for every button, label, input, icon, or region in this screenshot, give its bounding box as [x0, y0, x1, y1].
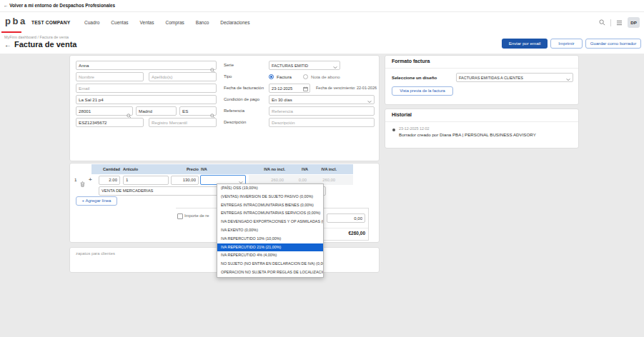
save-draft-button[interactable]: Guardar como borrador — [585, 39, 641, 49]
iva-option[interactable]: IVA REPERCUTIDO 4% (4,00%) — [217, 251, 323, 260]
history-bullet — [392, 129, 395, 131]
nav-item-declaraciones[interactable]: Declaraciones — [220, 20, 249, 25]
col-iva-no-incl: IVA no incl. — [244, 164, 285, 174]
calendar-icon — [303, 86, 307, 90]
back-arrow-icon[interactable]: ← — [4, 41, 11, 49]
iva-option[interactable]: IVA REPERCUTIDO 10% (10,00%) — [217, 235, 323, 243]
page-title-row: ← Factura de venta — [4, 40, 76, 49]
cantidad-input[interactable] — [99, 176, 120, 185]
iva-option[interactable]: IVA REPERCUTIDO 21% (21,00%) — [217, 243, 323, 252]
col-articulo: Artículo — [123, 164, 159, 174]
apellidos-field[interactable] — [149, 72, 217, 81]
fecha-facturacion-input[interactable]: 23-12-2025 — [269, 84, 310, 93]
breadcrumb-separator: / — [37, 35, 39, 39]
descripcion-label: Descripción — [224, 118, 246, 127]
history-timestamp: 23-12-2025 12:02 — [399, 126, 430, 131]
design-select[interactable]: FACTURAS EMITIDAS A CLIENTES — [456, 73, 573, 82]
fecha-vencimiento-label: Fecha de vencimiento: — [316, 86, 355, 90]
row-number: 1 — [74, 175, 76, 185]
iva-dropdown: (PAÍS) OSS (19,00%)(VENTAS) INVERSION DE… — [217, 183, 324, 278]
add-line-button[interactable]: + Agregar línea — [76, 196, 117, 206]
iva-option[interactable]: NO SUJETO (NO ENTRA EN DECLARACION DE IV… — [217, 260, 323, 268]
condicion-pago-select[interactable]: En 30 días — [269, 95, 375, 104]
iva-option[interactable]: (VENTAS) INVERSION DE SUJETO PASIVO (0,0… — [217, 193, 323, 201]
tipo-radio-group: Factura Nota de abono — [269, 72, 340, 81]
chevron-down-icon — [333, 64, 337, 68]
divider — [385, 121, 578, 122]
email-field[interactable] — [76, 84, 217, 93]
chevron-down-icon — [566, 76, 570, 80]
chevron-down-icon — [367, 99, 372, 102]
col-precio: Precio — [169, 164, 199, 174]
formato-factura-panel: Formato factura Seleccione un diseño FAC… — [385, 55, 579, 105]
pba-logo[interactable]: pba — [5, 16, 27, 26]
referencia-label: Referencia — [224, 106, 244, 116]
direccion-field[interactable] — [76, 95, 217, 104]
descripcion-field[interactable] — [269, 118, 375, 127]
condicion-pago-value: En 30 días — [272, 98, 292, 102]
history-text: Borrador creado por Diana PBA | PERSONAL… — [399, 132, 536, 137]
codigo-postal-field[interactable] — [76, 106, 133, 116]
nav-menu: CuadroCuentasVentasComprasBancoDeclaraci… — [84, 12, 249, 33]
iva-option[interactable]: ENTREGAS INTRACOMUNITARIAS BIENES (0,00%… — [217, 201, 323, 210]
radio-nota-abono[interactable] — [303, 74, 308, 79]
breadcrumb: MyFirm dashboard / Factura de venta — [4, 35, 69, 39]
customer-search-input[interactable] — [76, 61, 217, 70]
referencia-field[interactable] — [269, 106, 375, 116]
nav-item-compras[interactable]: Compras — [165, 20, 184, 25]
nav-item-cuadro[interactable]: Cuadro — [84, 20, 99, 25]
nav-bar: pba TEST COMPANY CuadroCuentasVentasComp… — [0, 12, 644, 34]
divider — [385, 68, 578, 69]
fecha-vencimiento: Fecha de vencimiento: 22-01-2026 — [316, 84, 377, 93]
fecha-vencimiento-value: 22-01-2026 — [357, 86, 377, 90]
articulo-input[interactable] — [123, 176, 169, 185]
back-to-environment-link[interactable]: ← Volver a mi entorno de Despachos Profe… — [4, 0, 115, 11]
ciudad-field[interactable] — [136, 106, 177, 116]
send-email-button[interactable]: Enviar por email — [502, 39, 548, 49]
iva-option[interactable]: IVA DEVENGADO EXPORTACIONES Y OP ASIMILA… — [217, 218, 323, 226]
preview-invoice-button[interactable]: Vista previa de la factura — [392, 86, 453, 96]
print-button[interactable]: Imprimir — [550, 39, 583, 49]
importe-checkbox[interactable] — [177, 213, 183, 219]
nav-item-banco[interactable]: Banco — [196, 20, 209, 25]
radio-nota-abono-label: Nota de abono — [311, 74, 340, 79]
fecha-facturacion-label: Fecha de facturación — [224, 84, 264, 93]
trash-icon[interactable] — [80, 177, 85, 190]
iva-option[interactable]: (PAÍS) OSS (19,00%) — [217, 184, 323, 193]
company-name[interactable]: TEST COMPANY — [31, 12, 70, 33]
list-icon[interactable] — [616, 20, 623, 26]
formato-factura-title: Formato factura — [392, 59, 430, 64]
tipo-label: Tipo — [224, 72, 232, 81]
col-iva2: IVA — [288, 164, 308, 174]
chevron-down-icon — [239, 179, 243, 183]
col-cantidad: Cantidad — [97, 164, 120, 174]
nav-item-ventas[interactable]: Ventas — [140, 20, 154, 25]
search-icon[interactable] — [599, 19, 605, 26]
avatar[interactable]: DP — [628, 17, 640, 28]
nav-item-cuentas[interactable]: Cuentas — [111, 20, 128, 25]
registro-mercantil-field[interactable] — [149, 118, 217, 127]
historial-title: Historial — [392, 112, 412, 117]
breadcrumb-current: Factura de venta — [39, 35, 68, 39]
iva-option[interactable]: IVA EXENTO (0,00%) — [217, 226, 323, 235]
breadcrumb-dashboard[interactable]: MyFirm dashboard — [4, 35, 36, 39]
nombre-field[interactable] — [76, 72, 144, 81]
nav-right-group: DP — [599, 12, 640, 33]
fecha-facturacion-value: 23-12-2025 — [272, 86, 292, 91]
amount-input[interactable] — [327, 213, 365, 223]
serie-select[interactable]: FACTURAS EMITID — [269, 61, 340, 70]
serie-value: FACTURAS EMITID — [272, 64, 308, 68]
historial-panel: Historial 23-12-2025 12:02 Borrador crea… — [385, 109, 579, 149]
add-row-icon[interactable]: + — [89, 175, 92, 185]
iva-option[interactable]: ENTREGAS INTRACOMUNITARIAS SERVICIOS (0,… — [217, 209, 323, 218]
radio-factura-label: Factura — [277, 74, 292, 79]
condicion-pago-label: Condición de pago — [224, 95, 259, 104]
notes-input[interactable]: zapatos para clientes — [76, 251, 115, 256]
iva-option[interactable]: OPERACION NO SUJETA POR REGLAS DE LOCALI… — [217, 268, 323, 277]
precio-input[interactable] — [171, 176, 199, 185]
design-select-label: Seleccione un diseño — [392, 73, 437, 82]
radio-factura[interactable] — [269, 74, 274, 79]
table-header-row: Cantidad Artículo Precio IVA IVA no incl… — [91, 164, 353, 174]
nif-field[interactable] — [76, 118, 144, 127]
page-title: Factura de venta — [14, 40, 76, 49]
